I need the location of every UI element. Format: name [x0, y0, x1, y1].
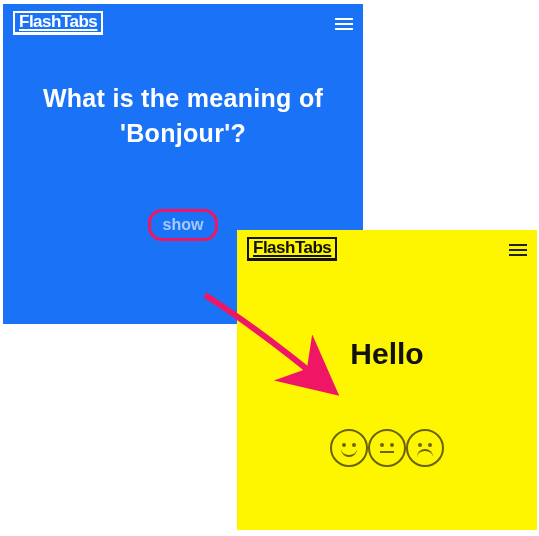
happy-face-icon[interactable] [330, 429, 368, 467]
rating-faces [330, 429, 444, 467]
sad-face-icon[interactable] [406, 429, 444, 467]
answer-header: FlashTabs [237, 230, 537, 262]
question-header: FlashTabs [3, 4, 363, 36]
show-button[interactable]: show [148, 209, 219, 241]
answer-body: Hello [237, 262, 537, 492]
app-logo[interactable]: FlashTabs [13, 13, 103, 35]
answer-text: Hello [350, 337, 423, 371]
question-text: What is the meaning of 'Bonjour'? [17, 81, 349, 151]
neutral-face-icon[interactable] [368, 429, 406, 467]
answer-panel: FlashTabs Hello [237, 230, 537, 530]
menu-icon[interactable] [509, 244, 527, 256]
menu-icon[interactable] [335, 18, 353, 30]
app-logo[interactable]: FlashTabs [247, 239, 337, 261]
